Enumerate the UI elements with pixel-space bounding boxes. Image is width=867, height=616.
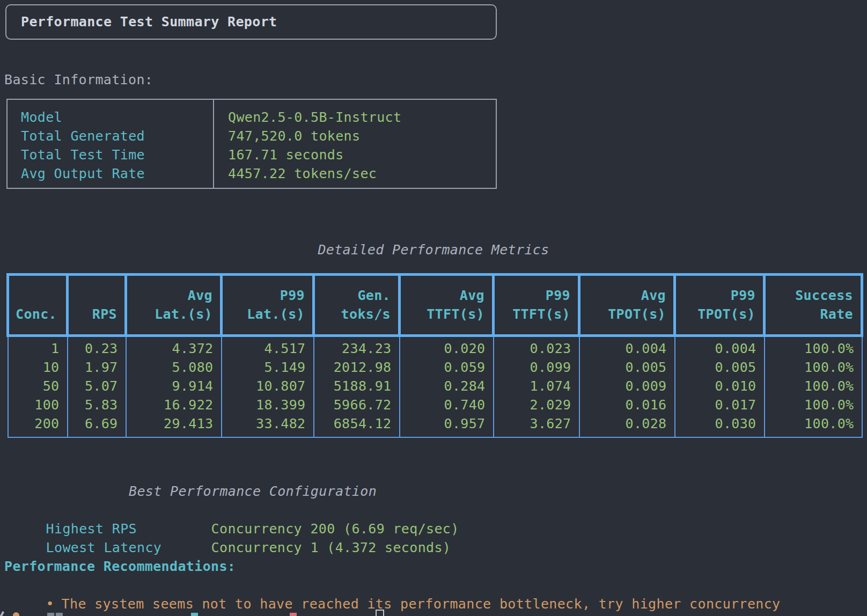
- basic-info-heading: Basic Information:: [4, 70, 153, 89]
- basic-info-value: 4457.22 tokens/sec: [214, 164, 496, 183]
- metric-cell: 100: [8, 395, 68, 414]
- recommendation-text: The system seems not to have reached its…: [62, 596, 781, 612]
- metric-cell: 1.97: [68, 358, 126, 377]
- metric-cell: 234.23: [314, 336, 400, 358]
- col-header-avg-lat: AvgLat.(s): [126, 275, 222, 336]
- col-header-conc: Conc.: [8, 275, 68, 336]
- clipped-bullet-fragment: [13, 612, 19, 616]
- metric-cell: 50: [8, 377, 68, 395]
- metric-cell: 0.016: [579, 395, 675, 414]
- best-config-label: Lowest Latency: [46, 538, 211, 557]
- metric-cell: 4.517: [222, 336, 314, 358]
- metric-cell: 5188.91: [314, 377, 400, 395]
- clipped-glyph-fragment: [56, 613, 63, 616]
- report-title-panel: Performance Test Summary Report: [5, 4, 497, 40]
- metric-cell: 5.080: [126, 358, 222, 377]
- basic-info-label: Model: [8, 108, 213, 127]
- metric-cell: 1: [8, 336, 68, 358]
- metric-cell: 1.074: [494, 377, 579, 395]
- metric-cell: 200: [8, 414, 68, 433]
- bullet-icon: •: [46, 595, 62, 613]
- clipped-glyph-fragment: [0, 611, 4, 616]
- col-header-rps: RPS: [68, 275, 126, 336]
- report-title: Performance Test Summary Report: [6, 5, 496, 39]
- metric-cell: 5.149: [222, 358, 314, 377]
- metrics-header-row: Conc. RPS AvgLat.(s) P99Lat.(s) Gen.toks…: [8, 275, 862, 336]
- basic-info-labels-column: Model Total Generated Total Test Time Av…: [8, 100, 214, 188]
- metric-cell: 0.099: [494, 358, 579, 377]
- col-header-avg-ttft: AvgTTFT(s): [400, 275, 494, 336]
- metric-cell: 0.957: [400, 414, 494, 433]
- best-config-value: Concurrency 1 (4.372 seconds): [211, 540, 451, 555]
- col-header-avg-tpot: AvgTPOT(s): [579, 275, 675, 336]
- metric-cell: 100.0%: [765, 358, 862, 377]
- clipped-glyph-fragment: [47, 613, 54, 616]
- basic-info-values-column: Qwen2.5-0.5B-Instruct 747,520.0 tokens 1…: [214, 100, 496, 188]
- col-header-gen-toks: Gen.toks/s: [314, 275, 400, 336]
- basic-info-value: 167.71 seconds: [214, 145, 496, 164]
- metrics-table-title: Detailed Performance Metrics: [6, 240, 861, 259]
- col-header-p99-lat: P99Lat.(s): [222, 275, 314, 336]
- metric-cell: 0.005: [579, 358, 675, 377]
- metric-cell: 0.017: [675, 395, 765, 414]
- basic-info-label: Total Generated: [8, 127, 213, 145]
- metric-cell: 0.005: [675, 358, 765, 377]
- best-config-title: Best Performance Configuration: [129, 482, 377, 501]
- metric-cell: 0.059: [400, 358, 494, 377]
- metric-cell: 9.914: [126, 377, 222, 395]
- metric-cell: 0.010: [675, 377, 765, 395]
- metrics-row-conc-50: 50 5.07 9.914 10.807 5188.91 0.284 1.074…: [8, 377, 862, 395]
- terminal-screen: Performance Test Summary Report Basic In…: [0, 0, 867, 616]
- basic-info-table: Model Total Generated Total Test Time Av…: [6, 99, 497, 189]
- metric-cell: 18.399: [222, 395, 314, 414]
- metric-cell: 3.627: [494, 414, 579, 433]
- metric-cell: 29.413: [126, 414, 222, 433]
- metric-cell: 5.07: [68, 377, 126, 395]
- recommendations-heading: Performance Recommendations:: [4, 557, 236, 576]
- metric-cell: 0.740: [400, 395, 494, 414]
- metrics-row-conc-100: 100 5.83 16.922 18.399 5966.72 0.740 2.0…: [8, 395, 862, 414]
- metrics-table: Conc. RPS AvgLat.(s) P99Lat.(s) Gen.toks…: [6, 273, 863, 438]
- metric-cell: 5966.72: [314, 395, 400, 414]
- recommendation-item: •The system seems not to have reached it…: [13, 576, 781, 616]
- metric-cell: 0.009: [579, 377, 675, 395]
- metric-cell: 2012.98: [314, 358, 400, 377]
- metrics-row-conc-200: 200 6.69 29.413 33.482 6854.12 0.957 3.6…: [8, 414, 862, 433]
- col-header-p99-ttft: P99TTFT(s): [494, 275, 579, 336]
- metric-cell: 6.69: [68, 414, 126, 433]
- metric-cell: 0.284: [400, 377, 494, 395]
- metric-cell: 16.922: [126, 395, 222, 414]
- metrics-row-conc-1: 1 0.23 4.372 4.517 234.23 0.020 0.023 0.…: [8, 336, 862, 358]
- metric-cell: 0.23: [68, 336, 126, 358]
- clipped-glyph-fragment: [290, 613, 297, 616]
- metric-cell: 0.023: [494, 336, 579, 358]
- metric-cell: 5.83: [68, 395, 126, 414]
- metric-cell: 0.028: [579, 414, 675, 433]
- basic-info-label: Avg Output Rate: [8, 164, 213, 183]
- clipped-glyph-fragment: [191, 613, 198, 616]
- metric-cell: 10: [8, 358, 68, 377]
- metric-cell: 100.0%: [765, 377, 862, 395]
- metric-cell: 33.482: [222, 414, 314, 433]
- basic-info-label: Total Test Time: [8, 145, 213, 164]
- basic-info-value: Qwen2.5-0.5B-Instruct: [214, 108, 496, 127]
- metric-cell: 100.0%: [765, 395, 862, 414]
- metric-cell: 6854.12: [314, 414, 400, 433]
- clipped-text-line: [0, 611, 867, 616]
- metric-cell: 0.004: [675, 336, 765, 358]
- metric-cell: 0.020: [400, 336, 494, 358]
- metric-cell: 2.029: [494, 395, 579, 414]
- metric-cell: 10.807: [222, 377, 314, 395]
- col-header-success-rate: SuccessRate: [765, 275, 862, 336]
- metric-cell: 100.0%: [765, 336, 862, 358]
- metric-cell: 4.372: [126, 336, 222, 358]
- metrics-row-conc-10: 10 1.97 5.080 5.149 2012.98 0.059 0.099 …: [8, 358, 862, 377]
- metrics-table-bottom-padding: [8, 433, 862, 437]
- metric-cell: 100.0%: [765, 414, 862, 433]
- missing-glyph-box-icon: [376, 610, 384, 616]
- col-header-p99-tpot: P99TPOT(s): [675, 275, 765, 336]
- basic-info-value: 747,520.0 tokens: [214, 127, 496, 145]
- metric-cell: 0.004: [579, 336, 675, 358]
- metric-cell: 0.030: [675, 414, 765, 433]
